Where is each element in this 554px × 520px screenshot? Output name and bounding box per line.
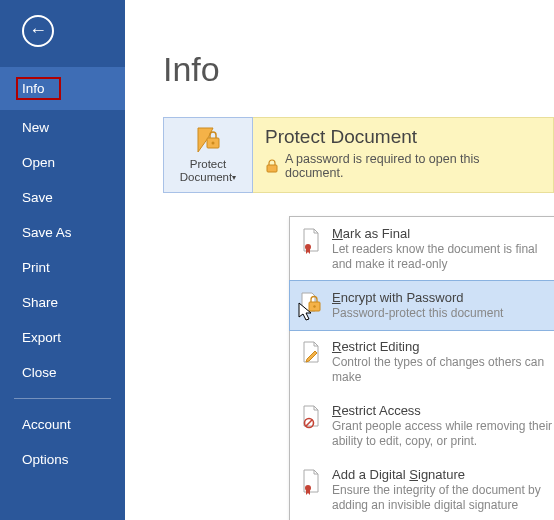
- menu-sub: Password-protect this document: [332, 306, 503, 321]
- protect-document-button[interactable]: Protect Document▾: [163, 117, 253, 193]
- nav-label: Print: [22, 260, 50, 275]
- back-arrow-icon: ←: [29, 21, 47, 39]
- nav-label: Info: [16, 77, 61, 100]
- nav-label: Options: [22, 452, 69, 467]
- nav-export[interactable]: Export: [0, 320, 125, 355]
- menu-title: Restrict Access: [332, 403, 554, 418]
- nav-label: Export: [22, 330, 61, 345]
- shield-lock-icon: [193, 126, 223, 154]
- menu-title: Mark as Final: [332, 226, 554, 241]
- nav-account[interactable]: Account: [0, 407, 125, 442]
- protect-banner: Protect Document A password is required …: [253, 117, 554, 193]
- protect-heading: Protect Document: [265, 126, 541, 148]
- nav-label: Account: [22, 417, 71, 432]
- nav-open[interactable]: Open: [0, 145, 125, 180]
- page-title: Info: [163, 50, 554, 89]
- nav-share[interactable]: Share: [0, 285, 125, 320]
- protect-desc: A password is required to open this docu…: [285, 152, 541, 180]
- nav-label: Close: [22, 365, 57, 380]
- protect-row: Protect Document▾ Protect Document A pas…: [163, 117, 554, 193]
- nav-new[interactable]: New: [0, 110, 125, 145]
- nav-save[interactable]: Save: [0, 180, 125, 215]
- nav-label: Save As: [22, 225, 72, 240]
- main-panel: Info Protect Document▾ Protect Document …: [125, 0, 554, 520]
- nav-label: Save: [22, 190, 53, 205]
- nav-label: Open: [22, 155, 55, 170]
- protect-tile-label: Protect Document▾: [164, 158, 252, 183]
- page-no-icon: [301, 405, 321, 429]
- page-pencil-icon: [301, 341, 321, 365]
- protect-document-menu: Mark as FinalLet readers know the docume…: [289, 216, 554, 520]
- nav-separator: [14, 398, 111, 399]
- menu-sub: Ensure the integrity of the document by …: [332, 483, 554, 513]
- nav-label: Share: [22, 295, 58, 310]
- page-ribbon-icon: [301, 228, 321, 254]
- page-lock-icon: [300, 292, 322, 314]
- menu-sub: Let readers know the document is final a…: [332, 242, 554, 272]
- page-ribbon-icon: [301, 469, 321, 495]
- menu-mark-final[interactable]: Mark as FinalLet readers know the docume…: [290, 217, 554, 281]
- menu-digital-signature[interactable]: Add a Digital SignatureEnsure the integr…: [290, 458, 554, 520]
- menu-encrypt-password[interactable]: Encrypt with PasswordPassword-protect th…: [289, 280, 554, 331]
- menu-title: Encrypt with Password: [332, 290, 503, 305]
- menu-title: Add a Digital Signature: [332, 467, 554, 482]
- backstage-sidebar: ← Info New Open Save Save As Print Share…: [0, 0, 125, 520]
- menu-sub: Control the types of changes others can …: [332, 355, 554, 385]
- menu-title: Restrict Editing: [332, 339, 554, 354]
- svg-point-5: [313, 305, 315, 307]
- nav-print[interactable]: Print: [0, 250, 125, 285]
- nav-info[interactable]: Info: [0, 67, 125, 110]
- nav-close[interactable]: Close: [0, 355, 125, 390]
- menu-restrict-editing[interactable]: Restrict EditingControl the types of cha…: [290, 330, 554, 394]
- nav-label: New: [22, 120, 49, 135]
- back-button[interactable]: ←: [22, 15, 54, 47]
- lock-icon: [265, 159, 279, 173]
- nav-list: Info New Open Save Save As Print Share E…: [0, 57, 125, 477]
- nav-options[interactable]: Options: [0, 442, 125, 477]
- nav-save-as[interactable]: Save As: [0, 215, 125, 250]
- svg-rect-2: [267, 165, 277, 172]
- menu-sub: Grant people access while removing their…: [332, 419, 554, 449]
- menu-restrict-access[interactable]: Restrict AccessGrant people access while…: [290, 394, 554, 458]
- svg-point-1: [212, 142, 215, 145]
